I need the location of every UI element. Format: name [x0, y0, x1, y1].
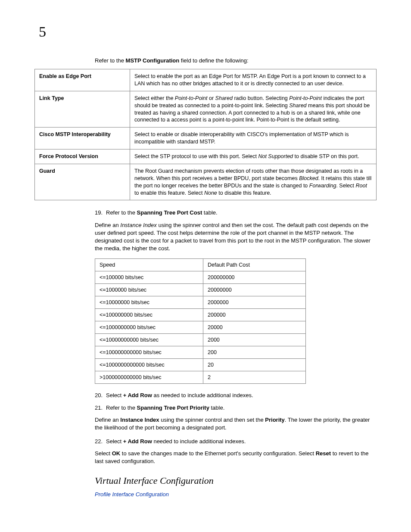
step-text-suffix: needed to include additional indexes.	[152, 438, 246, 445]
step-text-prefix: Select	[106, 392, 123, 398]
close-b1: OK	[112, 450, 121, 457]
closing-paragraph: Select OK to save the changes made to th…	[95, 450, 377, 465]
step-list-2: 20.Select + Add Row as needed to include…	[95, 392, 377, 411]
text-run: radio button. Selecting	[233, 95, 289, 101]
intro-bold: MSTP Configuration	[126, 57, 180, 64]
text-run: Point-to-Point	[175, 95, 208, 101]
table-row: SpeedDefault Path Cost	[95, 259, 306, 271]
table-row: Force Protocol VersionSelect the STP pro…	[35, 149, 377, 164]
table-row: <=100000000 bits/sec200000	[95, 309, 306, 321]
data-cell: 20	[203, 359, 306, 371]
profile-link-line: Profile Interface Configuration	[95, 491, 377, 498]
data-cell: <=1000000 bits/sec	[95, 284, 203, 296]
description-cell: Select either the Point-to-Point or Shar…	[130, 91, 377, 128]
table-row: Cisco MSTP InteroperabilitySelect to ena…	[35, 128, 377, 149]
p21-p1: Define an	[95, 417, 120, 423]
step-list: 19.Refer to the Spanning Tree Port Cost …	[95, 209, 377, 217]
table-row: <=10000000 bits/sec2000000	[95, 296, 306, 309]
content-area: Refer to the MSTP Configuration field to…	[95, 57, 377, 498]
step-text-suffix: table.	[209, 404, 224, 411]
close-p1: Select	[95, 450, 112, 457]
term-cell: Enable as Edge Port	[35, 69, 130, 91]
table-row: Link TypeSelect either the Point-to-Poin…	[35, 91, 377, 128]
instance-index-paragraph: Define an Instance Index using the spinn…	[95, 221, 377, 253]
intro-line: Refer to the MSTP Configuration field to…	[95, 57, 377, 64]
description-cell: Select to enable the port as an Edge Por…	[130, 69, 377, 91]
text-run: Select either the	[134, 95, 175, 101]
step-19: 19.Refer to the Spanning Tree Port Cost …	[95, 209, 377, 217]
p21-b1: Instance Index	[120, 417, 159, 423]
p19-i1: Instance Index	[120, 222, 157, 228]
text-run: Forwarding	[309, 183, 336, 189]
data-cell: <=1000000000 bits/sec	[95, 321, 203, 334]
data-cell: <=1000000000000 bits/sec	[95, 359, 203, 371]
text-run: Root	[356, 183, 367, 189]
text-run: Blocked	[299, 175, 318, 181]
data-cell: <=100000000 bits/sec	[95, 309, 203, 321]
step-number: 19.	[95, 209, 106, 217]
section-heading-virtual-interface: Virtual Interface Configuration	[95, 475, 377, 486]
description-cell: The Root Guard mechanism prevents electi…	[130, 164, 377, 200]
table-row: >1000000000000 bits/sec2	[95, 371, 306, 384]
intro-prefix: Refer to the	[95, 57, 126, 64]
text-run: Shared	[215, 95, 233, 101]
step-text-prefix: Select	[106, 438, 123, 445]
text-run: Not Supported	[258, 153, 293, 159]
p19-p1: Define an	[95, 222, 120, 228]
text-run: or	[208, 95, 215, 101]
step-text-suffix: table.	[202, 209, 217, 216]
table-row: GuardThe Root Guard mechanism prevents e…	[35, 164, 377, 200]
text-run: to disable STP on this port.	[293, 153, 359, 159]
text-run: to enable this feature. Select	[134, 190, 204, 196]
text-run: None	[204, 190, 217, 196]
term-cell: Guard	[35, 164, 130, 200]
data-cell: <=10000000 bits/sec	[95, 296, 203, 309]
step-number: 20.	[95, 392, 106, 399]
step-text-prefix: Refer to the	[106, 404, 137, 411]
step-number: 21.	[95, 404, 106, 412]
text-run: . Select	[336, 183, 355, 189]
data-cell: <=10000000000 bits/sec	[95, 334, 203, 346]
table-row: <=1000000000 bits/sec20000	[95, 321, 306, 334]
step-text-suffix: as needed to include additional indexes.	[152, 392, 253, 398]
step-number: 22.	[95, 438, 106, 445]
term-cell: Cisco MSTP Interoperability	[35, 128, 130, 149]
step-text-bold: Spanning Tree Port Cost	[137, 209, 202, 216]
data-cell: 20000	[203, 321, 306, 334]
close-p2: to save the changes made to the Ethernet…	[120, 450, 315, 457]
table-row: <=10000000000 bits/sec2000	[95, 334, 306, 346]
priority-paragraph: Define an Instance Index using the spinn…	[95, 416, 377, 432]
data-cell: <=100000000000 bits/sec	[95, 346, 203, 359]
description-cell: Select the STP protocol to use with this…	[130, 149, 377, 164]
text-run: Select the STP protocol to use with this…	[134, 153, 258, 159]
profile-interface-link[interactable]: Profile Interface Configuration	[95, 491, 169, 498]
table-row: <=100000 bits/sec200000000	[95, 271, 306, 284]
data-cell: 200000000	[203, 271, 306, 284]
step-text-bold: + Add Row	[123, 438, 152, 445]
text-run: Select to enable the port as an Edge Por…	[134, 73, 366, 87]
table-row: <=1000000000000 bits/sec20	[95, 359, 306, 371]
p21-p2: using the spinner control and then set t…	[159, 417, 265, 423]
data-cell: >1000000000000 bits/sec	[95, 371, 203, 384]
step-text-prefix: Refer to the	[106, 209, 137, 216]
data-cell: 2	[203, 371, 306, 384]
data-cell: 200000	[203, 309, 306, 321]
data-cell: 2000	[203, 334, 306, 346]
mstp-definition-table: Enable as Edge PortSelect to enable the …	[34, 69, 377, 200]
header-cell: Default Path Cost	[203, 259, 306, 271]
table-row: <=1000000 bits/sec20000000	[95, 284, 306, 296]
data-cell: 2000000	[203, 296, 306, 309]
intro-suffix: field to define the following:	[179, 57, 248, 64]
term-cell: Link Type	[35, 91, 130, 128]
data-cell: 20000000	[203, 284, 306, 296]
step-text-bold: Spanning Tree Port Priority	[137, 404, 209, 411]
text-run: to disable this feature.	[217, 190, 271, 196]
step-22: 22.Select + Add Row needed to include ad…	[95, 438, 377, 445]
table-row: Enable as Edge PortSelect to enable the …	[35, 69, 377, 91]
text-run: Point-to-Point	[289, 95, 322, 101]
description-cell: Select to enable or disable interoperabi…	[130, 128, 377, 149]
step-text-bold: + Add Row	[123, 392, 152, 398]
data-cell: <=100000 bits/sec	[95, 271, 203, 284]
term-cell: Force Protocol Version	[35, 149, 130, 164]
chapter-number: 5	[39, 24, 377, 40]
